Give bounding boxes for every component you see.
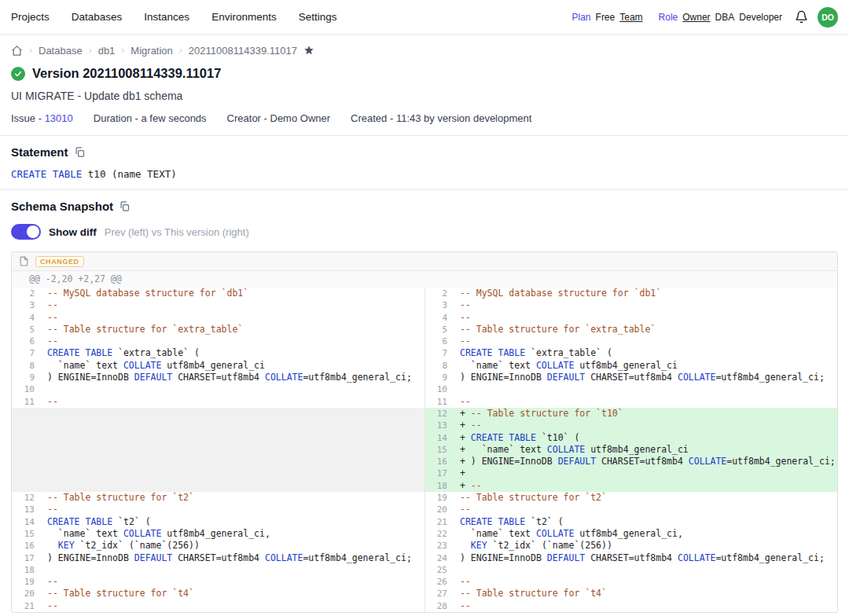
notification-bell-icon[interactable] <box>795 10 808 24</box>
diff-line-number <box>12 444 42 456</box>
diff-line-number: 2 <box>12 288 42 299</box>
diff-line-code: -- <box>42 299 424 311</box>
statement-title: Statement <box>11 145 68 159</box>
role-label: Role <box>659 12 678 23</box>
plan-free: Free <box>596 12 616 23</box>
diff-line-number: 14 <box>12 516 42 528</box>
diff-line-number: 5 <box>12 324 42 336</box>
diff-line-number: 23 <box>424 540 454 552</box>
diff-line-code <box>42 408 424 420</box>
diff-line-number <box>12 420 42 431</box>
diff-line-number: 24 <box>424 552 454 564</box>
diff-line-code: `name` text COLLATE utf8mb4_general_ci <box>454 360 837 372</box>
diff-line-number <box>12 408 42 420</box>
diff-line-code: -- <box>454 336 837 347</box>
page-title: Version 20211008114339.11017 <box>32 66 221 81</box>
diff-line-number: 13 <box>12 504 42 515</box>
copy-icon[interactable] <box>119 200 130 212</box>
issue-label: Issue - <box>11 112 42 124</box>
diff-line-number: 26 <box>424 576 454 588</box>
diff-line-code <box>454 383 837 395</box>
diff-line-number: 21 <box>12 600 42 612</box>
diff-line-code: -- <box>42 600 424 612</box>
diff-line-code: KEY `t2_idx` (`name`(256)) <box>454 540 837 552</box>
diff-line-code: -- <box>42 396 424 408</box>
show-diff-toggle[interactable] <box>11 224 41 240</box>
diff-line-code: `name` text COLLATE utf8mb4_general_ci, <box>454 528 837 540</box>
file-icon <box>19 256 29 266</box>
schema-snapshot-title: Schema Snapshot <box>11 200 113 213</box>
diff-line-number <box>12 480 42 492</box>
diff-line-number: 5 <box>424 324 454 336</box>
diff-line-code: + <box>454 468 837 479</box>
sql-keyword: CREATE TABLE <box>11 168 82 180</box>
diff-line-code <box>42 383 424 395</box>
diff-panel: CHANGED @@ -2,20 +2,27 @@ 2-- MySQL data… <box>11 251 838 613</box>
diff-line-code <box>42 444 424 456</box>
diff-line-number: 22 <box>424 528 454 540</box>
version-heading-row: Version 20211008114339.11017 <box>11 66 838 81</box>
plan-team-link[interactable]: Team <box>619 12 642 23</box>
diff-line-code: CREATE TABLE `t2` ( <box>454 516 837 528</box>
diff-line-code <box>42 564 424 576</box>
diff-hunk-header: @@ -2,20 +2,27 @@ <box>12 271 837 288</box>
diff-line-number: 15 <box>12 528 42 540</box>
issue-link[interactable]: 13010 <box>45 112 73 124</box>
diff-line-number: 18 <box>12 564 42 576</box>
favorite-star-icon[interactable] <box>303 45 314 56</box>
diff-line-code <box>454 564 837 576</box>
diff-line-number: 19 <box>12 576 42 588</box>
diff-line-code: ) ENGINE=InnoDB DEFAULT CHARSET=utf8mb4 … <box>454 552 837 564</box>
diff-line-code: ) ENGINE=InnoDB DEFAULT CHARSET=utf8mb4 … <box>454 372 837 383</box>
copy-icon[interactable] <box>74 146 86 158</box>
diff-line-number: 11 <box>424 396 454 408</box>
diff-line-code: -- Table structure for `t2` <box>42 492 424 504</box>
role-developer: Developer <box>739 12 782 23</box>
show-diff-row: Show diff Prev (left) vs This version (r… <box>11 224 838 240</box>
breadcrumb-db1[interactable]: db1 <box>98 45 116 57</box>
nav-item-settings[interactable]: Settings <box>299 11 337 23</box>
nav-item-projects[interactable]: Projects <box>11 11 50 23</box>
diff-line-code <box>42 420 424 431</box>
breadcrumb-database[interactable]: Database <box>39 45 83 57</box>
show-diff-label: Show diff <box>49 226 97 238</box>
home-icon[interactable] <box>11 45 23 57</box>
diff-line-number: 8 <box>424 360 454 372</box>
role-dba: DBA <box>715 12 735 23</box>
diff-line-code: + `name` text COLLATE utf8mb4_general_ci <box>454 444 837 456</box>
diff-line-number: 9 <box>12 372 42 383</box>
show-diff-hint: Prev (left) vs This version (right) <box>105 226 249 238</box>
page-header: › Database › db1 › Migration › 202110081… <box>0 35 849 135</box>
diff-line-code <box>42 480 424 492</box>
diff-line-code: -- <box>42 576 424 588</box>
diff-line-code: -- <box>454 312 837 324</box>
diff-line-code: -- Table structure for `t2` <box>454 492 837 504</box>
user-avatar[interactable]: DO <box>818 7 838 28</box>
diff-line-code: -- <box>454 504 837 515</box>
diff-line-code: + CREATE TABLE `t10` ( <box>454 432 837 444</box>
diff-line-number: 21 <box>424 516 454 528</box>
diff-line-code: -- MySQL database structure for `db1` <box>42 288 424 299</box>
diff-line-code: ) ENGINE=InnoDB DEFAULT CHARSET=utf8mb4 … <box>42 372 424 383</box>
version-subtitle: UI MIGRATE - Update db1 schema <box>11 90 838 102</box>
breadcrumb-migration[interactable]: Migration <box>130 45 172 57</box>
diff-line-number: 6 <box>12 336 42 347</box>
diff-line-number: 10 <box>424 383 454 395</box>
role-owner-link[interactable]: Owner <box>682 12 710 23</box>
diff-line-number: 4 <box>12 312 42 324</box>
meta-created: Created - 11:43 by version development <box>351 112 531 124</box>
nav-item-environments[interactable]: Environments <box>211 11 277 23</box>
diff-line-code: ) ENGINE=InnoDB DEFAULT CHARSET=utf8mb4 … <box>42 552 424 564</box>
nav-item-instances[interactable]: Instances <box>144 11 189 23</box>
diff-line-number: 14 <box>424 432 454 444</box>
nav-item-databases[interactable]: Databases <box>72 11 123 23</box>
diff-line-code: -- <box>454 396 837 408</box>
meta-issue: Issue - 13010 <box>11 112 73 124</box>
diff-line-code <box>42 456 424 468</box>
nav-right: Plan Free Team Role Owner DBA Developer … <box>572 7 838 28</box>
diff-line-code: -- Table structure for `t4` <box>454 588 837 600</box>
statement-section: Statement CREATE TABLE t10 (name TEXT) <box>0 136 849 189</box>
breadcrumb-version[interactable]: 20211008114339.11017 <box>189 45 297 57</box>
diff-line-number: 20 <box>424 504 454 515</box>
diff-line-code: -- <box>454 299 837 311</box>
